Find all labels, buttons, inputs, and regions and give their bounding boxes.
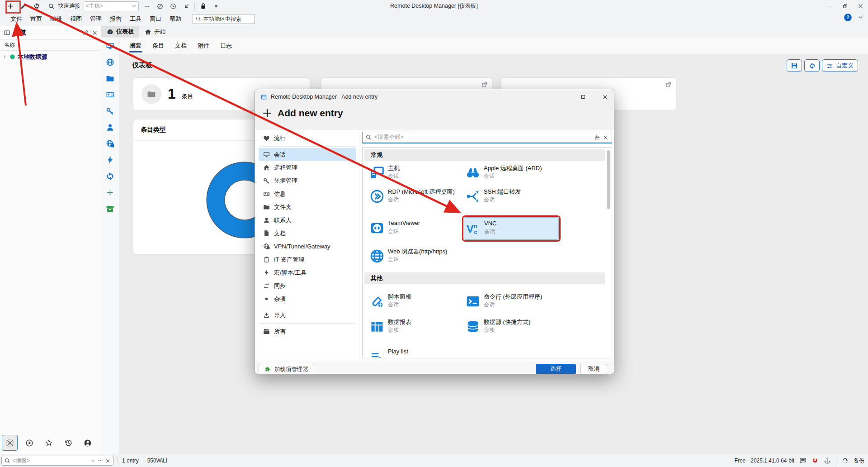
strip-lightning-button[interactable] xyxy=(106,156,114,166)
category-流行[interactable]: 流行 xyxy=(259,132,356,145)
entry-type-VNC[interactable]: VncVNC会话 xyxy=(464,217,559,240)
category-宏/脚本/工具[interactable]: 宏/脚本/工具 xyxy=(259,266,356,279)
subtab-日志[interactable]: 日志 xyxy=(217,38,235,54)
menu-item-报告[interactable]: 报告 xyxy=(106,13,126,25)
menu-item-首页[interactable]: 首页 xyxy=(26,13,46,25)
category-所有[interactable]: 所有 xyxy=(259,325,356,338)
entry-type-Play list[interactable]: Play list xyxy=(368,346,462,358)
menu-item-编辑[interactable]: 编辑 xyxy=(46,13,66,25)
subtab-摘要[interactable]: 摘要 xyxy=(127,38,145,54)
nav-footer-play-circle-button[interactable] xyxy=(21,435,37,451)
dialog-search-box[interactable]: <搜索全部> xyxy=(362,132,612,143)
open-external-icon[interactable] xyxy=(665,81,672,88)
category-联系人[interactable]: 联系人 xyxy=(259,214,356,227)
strip-user-button[interactable] xyxy=(106,123,114,133)
edit-button[interactable] xyxy=(19,1,28,11)
select-button[interactable]: 选择 xyxy=(536,364,576,374)
category-文件夹[interactable]: 文件夹 xyxy=(259,200,356,214)
strip-folder-button[interactable] xyxy=(106,74,114,85)
pin-icon[interactable] xyxy=(82,29,89,36)
subtab-文档[interactable]: 文档 xyxy=(172,38,190,54)
addon-manager-button[interactable]: 加载项管理器 xyxy=(259,364,314,374)
toolbar-overflow-button[interactable] xyxy=(211,1,221,11)
strip-archive-button[interactable] xyxy=(106,205,114,215)
entry-type-数据报表[interactable]: 数据报表杂项 xyxy=(368,316,462,338)
refresh-button[interactable] xyxy=(32,1,42,11)
customize-button[interactable]: 自定义 xyxy=(822,59,858,72)
strip-monitor-button[interactable] xyxy=(106,42,114,52)
help-icon[interactable]: ? xyxy=(844,13,852,22)
close-button[interactable] xyxy=(853,0,868,12)
entry-type-SSH 端口转发[interactable]: SSH 端口转发会话 xyxy=(464,186,558,207)
dialog-maximize-button[interactable] xyxy=(574,90,592,104)
magnet-icon[interactable] xyxy=(811,457,819,464)
menu-item-文件[interactable]: 文件 xyxy=(6,13,26,25)
tab-开始[interactable]: 开始 xyxy=(139,26,171,38)
nav-footer-star-button[interactable] xyxy=(41,435,57,451)
cancel-button[interactable]: 取消 xyxy=(580,364,607,374)
no-credentials-button[interactable] xyxy=(155,1,165,11)
connect-button[interactable] xyxy=(181,1,191,11)
category-文档[interactable]: 文档 xyxy=(259,227,356,240)
subtab-附件[interactable]: 附件 xyxy=(194,38,212,54)
strip-globe-button[interactable] xyxy=(106,58,114,68)
restore-button[interactable] xyxy=(837,0,853,12)
strip-refresh-button[interactable] xyxy=(106,172,114,182)
refresh-dashboard-button[interactable] xyxy=(804,59,820,72)
entry-type-脚本面板[interactable]: 脚本面板会话 xyxy=(368,291,462,312)
entry-type-Web 浏览器(http/https)[interactable]: Web 浏览器(http/https)会话 xyxy=(368,245,462,267)
clear-search-icon[interactable] xyxy=(105,458,110,463)
tree-item-local-datasource[interactable]: 本地数据源 xyxy=(0,51,101,63)
chevron-down-icon[interactable] xyxy=(132,4,137,9)
name-column-header[interactable]: 名称 xyxy=(0,40,101,51)
nav-footer-history-button[interactable] xyxy=(60,435,76,451)
host-combobox[interactable]: <主机> xyxy=(84,1,139,11)
menu-item-视图[interactable]: 视图 xyxy=(66,13,86,25)
save-dashboard-button[interactable] xyxy=(787,59,802,72)
category-同步[interactable]: 同步 xyxy=(259,279,356,292)
more-options-button[interactable] xyxy=(142,1,152,11)
open-external-icon[interactable] xyxy=(481,81,488,88)
backup-label[interactable]: 备份 xyxy=(854,457,864,465)
subtab-条目[interactable]: 条目 xyxy=(149,38,167,54)
ribbon-search-box[interactable]: 在功能区中搜索 xyxy=(193,14,255,24)
menu-item-工具[interactable]: 工具 xyxy=(126,13,146,25)
category-IT 资产管理[interactable]: IT 资产管理 xyxy=(259,253,356,266)
scrollbar-thumb[interactable] xyxy=(607,150,610,209)
strip-id-card-button[interactable] xyxy=(106,91,114,101)
menu-item-窗口[interactable]: 窗口 xyxy=(146,13,165,25)
ellipsis-icon[interactable] xyxy=(98,458,103,463)
entry-type-Apple 远程桌面 (ARD)[interactable]: Apple 远程桌面 (ARD)会话 xyxy=(464,162,558,184)
filter-icon[interactable] xyxy=(594,134,600,141)
category-会话[interactable]: 会话 xyxy=(259,148,356,161)
entry-type-命令行 (外部应用程序)[interactable]: 命令行 (外部应用程序)会话 xyxy=(464,291,558,312)
entry-type-RDP (Microsoft 远程桌面)[interactable]: RDP (Microsoft 远程桌面)会话 xyxy=(368,186,462,207)
category-信息[interactable]: 信息 xyxy=(259,187,356,200)
category-杂项[interactable]: 杂项 xyxy=(259,292,356,305)
anchor-icon[interactable] xyxy=(824,457,831,464)
chevron-down-icon[interactable] xyxy=(858,14,863,20)
backup-icon[interactable] xyxy=(841,457,849,464)
clear-search-icon[interactable] xyxy=(603,135,609,140)
strip-globe-lock-button[interactable] xyxy=(106,139,114,150)
expander-chevron-icon[interactable] xyxy=(2,54,7,59)
menu-item-帮助[interactable]: 帮助 xyxy=(165,13,185,25)
menu-item-管理[interactable]: 管理 xyxy=(86,13,106,25)
status-search-box[interactable]: <搜索> xyxy=(1,456,113,466)
lock-button[interactable] xyxy=(198,1,208,11)
category-VPN/Tunnel/Gateway[interactable]: VPN/Tunnel/Gateway xyxy=(259,240,356,253)
category-远程管理[interactable]: 远程管理 xyxy=(259,161,356,174)
run-button[interactable] xyxy=(168,1,178,11)
nav-footer-user-circle-button[interactable] xyxy=(80,435,95,451)
dialog-close-button[interactable] xyxy=(596,90,614,104)
nav-footer-gear-box-button[interactable] xyxy=(2,435,18,451)
category-凭据管理[interactable]: 凭据管理 xyxy=(259,174,356,187)
add-entry-button[interactable] xyxy=(5,1,15,11)
strip-key-button[interactable] xyxy=(106,107,114,117)
strip-plus-button[interactable] xyxy=(106,188,114,199)
chevron-down-icon[interactable] xyxy=(90,458,95,463)
tab-仪表板[interactable]: 仪表板 xyxy=(101,26,139,38)
entry-type-数据源 (快捷方式)[interactable]: 数据源 (快捷方式)杂项 xyxy=(464,316,558,338)
release-notes-icon[interactable] xyxy=(799,457,807,464)
entry-type-主机[interactable]: 主机会话 xyxy=(368,162,462,184)
